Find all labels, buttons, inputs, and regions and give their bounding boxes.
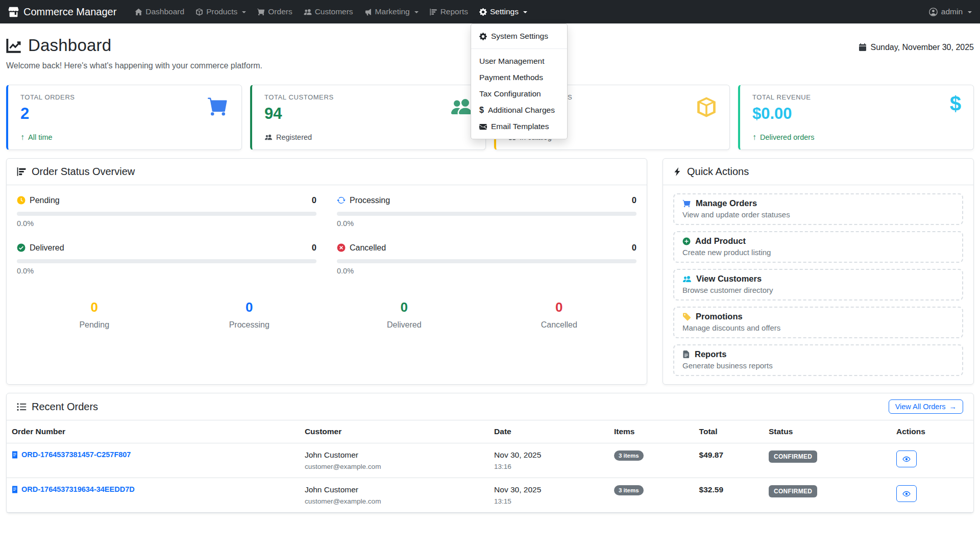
user-label: admin xyxy=(941,7,963,16)
quick-action-reports[interactable]: Reports Generate business reports xyxy=(673,344,963,376)
summary-delivered: 0 Delivered xyxy=(327,299,482,330)
menu-item-tax-configuration[interactable]: Tax Configuration xyxy=(471,86,567,102)
cart-icon xyxy=(257,8,265,16)
file-text-icon xyxy=(682,350,690,359)
quick-action-view-customers[interactable]: View Customers Browse customer directory xyxy=(673,269,963,300)
stat-value: 2 xyxy=(20,105,229,123)
lightning-icon xyxy=(673,167,682,177)
quick-action-manage-orders[interactable]: Manage Orders View and update order stat… xyxy=(673,193,963,225)
order-status-header: Order Status Overview xyxy=(7,159,647,185)
top-navbar: Commerce Manager Dashboard Products Orde… xyxy=(0,0,980,23)
nav-links: Dashboard Products Orders Customers Mark… xyxy=(135,7,527,16)
people-icon xyxy=(450,96,473,117)
people-icon xyxy=(264,134,273,141)
menu-item-email-templates[interactable]: Email Templates xyxy=(471,118,567,135)
person-circle-icon xyxy=(929,8,938,16)
megaphone-icon xyxy=(364,8,372,16)
view-order-button[interactable] xyxy=(896,450,917,467)
brand-label: Commerce Manager xyxy=(23,6,116,18)
chevron-down-icon xyxy=(242,11,246,13)
order-total: $49.87 xyxy=(699,450,723,459)
graph-up-icon xyxy=(6,38,22,54)
order-time: 13:15 xyxy=(494,497,604,505)
sync-icon xyxy=(337,196,346,205)
receipt-icon xyxy=(12,486,18,493)
summary-pending: 0 Pending xyxy=(17,299,172,330)
menu-item-system-settings[interactable]: System Settings xyxy=(471,28,567,44)
quick-action-add-product[interactable]: Add Product Create new product listing xyxy=(673,231,963,263)
gear-icon xyxy=(479,33,487,40)
stat-label: TOTAL ORDERS xyxy=(20,93,229,101)
nav-item-marketing[interactable]: Marketing xyxy=(364,7,419,16)
col-status: Status xyxy=(764,420,891,443)
stat-label: TOTAL REVENUE xyxy=(752,93,961,101)
calendar-icon xyxy=(859,43,867,52)
stat-label: TOTAL CUSTOMERS xyxy=(264,93,473,101)
status-block-processing: Processing 0 0.0% xyxy=(337,195,636,228)
envelope-icon xyxy=(479,123,487,131)
customer-email: customer@example.com xyxy=(305,497,484,505)
people-icon xyxy=(304,8,312,16)
menu-item-additional-charges[interactable]: $ Additional Charges xyxy=(471,102,567,118)
order-row: ORD-1764537319634-34EEDD7D John Customer… xyxy=(7,478,973,513)
nav-item-reports[interactable]: Reports xyxy=(430,7,468,16)
bar-chart-icon xyxy=(17,167,27,177)
menu-item-user-management[interactable]: User Management xyxy=(471,53,567,69)
status-block-delivered: Delivered 0 0.0% xyxy=(17,243,316,275)
arrow-up-icon: ↑ xyxy=(752,133,756,141)
stat-card-total-orders: TOTAL ORDERS 2 ↑ All time xyxy=(6,85,242,150)
quick-actions-header: Quick Actions xyxy=(663,159,973,185)
quick-actions-card: Quick Actions Manage Orders View and upd… xyxy=(663,158,974,385)
eye-icon xyxy=(902,490,911,498)
view-all-orders-button[interactable]: View All Orders → xyxy=(889,399,963,414)
order-number-link[interactable]: ORD-1764537319634-34EEDD7D xyxy=(12,485,295,493)
order-total: $32.59 xyxy=(699,485,723,494)
user-menu[interactable]: admin xyxy=(929,7,972,16)
order-number-link[interactable]: ORD-1764537381457-C257F807 xyxy=(12,450,295,459)
brand[interactable]: Commerce Manager xyxy=(8,6,116,18)
nav-item-settings[interactable]: Settings xyxy=(479,7,527,16)
gear-icon xyxy=(479,8,487,16)
status-block-pending: Pending 0 0.0% xyxy=(17,195,316,228)
order-date: Nov 30, 2025 xyxy=(494,485,604,494)
view-order-button[interactable] xyxy=(896,485,917,502)
col-order-number: Order Number xyxy=(7,420,300,443)
stat-note: Registered xyxy=(264,133,473,141)
dollar-icon: $ xyxy=(950,93,961,114)
progress-bar-delivered xyxy=(17,259,316,263)
order-status-card: Order Status Overview Pending 0 0.0% xyxy=(6,158,647,385)
customer-name: John Customer xyxy=(305,485,484,494)
order-date: Nov 30, 2025 xyxy=(494,450,604,460)
house-icon xyxy=(135,8,142,16)
nav-item-products[interactable]: Products xyxy=(195,7,246,16)
tag-icon xyxy=(682,313,691,321)
page-subtitle: Welcome back! Here's what's happening wi… xyxy=(6,61,262,70)
status-summary: 0 Pending 0 Processing 0 Delivered 0 Can… xyxy=(17,299,636,330)
items-badge: 3 items xyxy=(614,485,644,495)
arrow-right-icon: → xyxy=(949,403,957,411)
status-badge: CONFIRMED xyxy=(769,450,817,463)
nav-item-orders[interactable]: Orders xyxy=(257,7,292,16)
chevron-down-icon xyxy=(414,11,419,13)
nav-item-dashboard[interactable]: Dashboard xyxy=(135,7,184,16)
col-customer: Customer xyxy=(300,420,489,443)
col-items: Items xyxy=(609,420,694,443)
menu-item-payment-methods[interactable]: Payment Methods xyxy=(471,69,567,86)
plus-circle-icon xyxy=(682,237,691,245)
customer-email: customer@example.com xyxy=(305,463,484,470)
bar-chart-icon xyxy=(430,8,437,16)
col-total: Total xyxy=(694,420,764,443)
orders-table: Order Number Customer Date Items Total S… xyxy=(7,420,973,513)
x-circle-icon xyxy=(337,243,346,252)
chevron-down-icon xyxy=(968,11,972,13)
quick-action-promotions[interactable]: Promotions Manage discounts and offers xyxy=(673,307,963,338)
stat-card-total-revenue: TOTAL REVENUE $0.00 $ ↑ Delivered orders xyxy=(738,85,974,150)
receipt-icon xyxy=(12,451,18,459)
cart-icon xyxy=(207,96,229,117)
recent-orders-title: Recent Orders xyxy=(17,401,98,413)
menu-divider xyxy=(471,48,567,49)
box-icon xyxy=(696,96,717,118)
customer-name: John Customer xyxy=(305,450,484,460)
nav-item-customers[interactable]: Customers xyxy=(304,7,353,16)
box-icon xyxy=(195,8,203,16)
